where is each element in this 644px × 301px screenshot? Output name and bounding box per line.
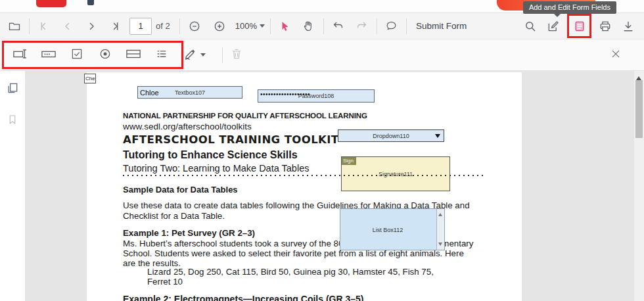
edit-pencil-square-icon: [547, 20, 560, 33]
form-field-textbox107[interactable]: Chloe Textbox107: [137, 86, 242, 99]
trash-icon: [230, 47, 243, 62]
zoom-in-icon: [213, 20, 226, 33]
first-page-button[interactable]: [35, 17, 53, 35]
dropdown-caret-icon: [435, 134, 440, 141]
org-heading: NATIONAL PARTNERSHIP FOR QUALITY AFTERSC…: [123, 112, 367, 120]
combo-box-icon: [126, 47, 141, 63]
form-field-listbox112[interactable]: List Box112: [340, 208, 445, 250]
document-workspace: Chec Chloe Textbox107 ••••••••••••••••••…: [0, 71, 644, 301]
last-page-icon: [109, 20, 121, 32]
divider: [406, 18, 407, 34]
divider: [29, 18, 30, 34]
password-field-tool-button[interactable]: [40, 47, 57, 64]
doc-title: Tutoring to Enhance Science Skills: [123, 149, 298, 161]
tab-favicon: [87, 0, 94, 5]
scroll-up-icon: [438, 211, 442, 216]
last-page-button[interactable]: [106, 17, 124, 35]
zoom-out-button[interactable]: [185, 17, 204, 35]
print-button[interactable]: [596, 17, 614, 35]
signature-label: Signature111: [342, 171, 449, 177]
chevron-right-icon: [85, 20, 97, 32]
submit-form-button[interactable]: Submit Form: [416, 21, 467, 31]
radio-button-icon: [99, 47, 112, 62]
form-field-dropdown110[interactable]: Dropdown110: [338, 129, 444, 142]
bookmarks-button[interactable]: [0, 109, 25, 131]
zoom-in-button[interactable]: [210, 17, 229, 35]
dropdown-label: Dropdown110: [338, 133, 444, 139]
delete-field-button[interactable]: [228, 47, 245, 64]
section-heading: Sample Data for Data Tables: [123, 185, 238, 195]
list-box-tool-button[interactable]: [153, 47, 170, 64]
scroll-down-icon: [438, 243, 442, 248]
example2-heading: Example 2: Electromagnets—Increasing Coi…: [123, 294, 363, 301]
divider: [179, 18, 180, 34]
results-line1: Lizard 25, Dog 250, Cat 115, Bird 50, Gu…: [147, 267, 434, 277]
divider: [222, 47, 223, 63]
app-logo: [36, 0, 66, 7]
folder-icon: [8, 20, 21, 33]
select-tool-button[interactable]: [276, 17, 294, 35]
undo-button[interactable]: [329, 17, 348, 35]
main-toolbar: of 2 100% Submit Form: [0, 13, 644, 39]
radio-button-tool-button[interactable]: [97, 47, 114, 64]
fill-sign-button[interactable]: [544, 17, 563, 35]
example1-heading: Example 1: Pet Survey (GR 2–3): [123, 228, 255, 238]
toolkit-title: AFTERSCHOOL TRAINING TOOLKIT: [123, 133, 339, 146]
form-field-password108[interactable]: ••••••••••••••••••• Password108: [258, 89, 375, 103]
combo-box-tool-button[interactable]: [125, 47, 142, 64]
bookmark-icon: [7, 114, 18, 127]
add-edit-form-fields-button[interactable]: [570, 17, 589, 35]
dotted-rule: [123, 175, 486, 176]
results-line2: Ferret 10: [147, 277, 183, 287]
org-url: www.sedl.org/afterschool/toolkits: [123, 122, 252, 131]
stacked-pages-icon: [6, 81, 19, 97]
printer-icon: [599, 20, 612, 33]
download-icon: [622, 20, 635, 33]
listbox-scrollbar[interactable]: [436, 209, 444, 250]
prev-page-button[interactable]: [58, 17, 77, 35]
redo-icon: [356, 20, 368, 32]
field-name-hint: Chec: [84, 74, 96, 83]
page-thumbnails-button[interactable]: [0, 78, 25, 100]
search-button[interactable]: [521, 17, 540, 35]
scrollbar-up-icon[interactable]: [636, 74, 641, 80]
signature-field-tool-button[interactable]: [181, 47, 208, 64]
speech-bubble-icon: [385, 20, 398, 32]
left-panel: [0, 71, 25, 301]
close-icon: [610, 49, 621, 61]
text-field-tool-button[interactable]: [12, 47, 29, 64]
close-form-toolbar-button[interactable]: [607, 47, 624, 64]
scrollbar-thumb[interactable]: [635, 80, 643, 138]
page-number-input[interactable]: [129, 18, 152, 35]
text-field-icon: [12, 47, 28, 63]
chevron-down-icon: [200, 53, 206, 59]
download-button[interactable]: [619, 17, 637, 35]
checkbox-tool-button[interactable]: [68, 47, 85, 64]
next-page-button[interactable]: [82, 17, 101, 35]
open-file-button[interactable]: [5, 17, 24, 35]
textbox-label: Textbox107: [138, 89, 242, 96]
form-fields-icon: [573, 20, 586, 33]
tooltip-add-edit-form-fields: Add and Edit Form Fields: [523, 1, 616, 14]
comment-button[interactable]: [382, 17, 401, 35]
list-box-icon: [155, 47, 168, 62]
cursor-arrow-icon: [279, 20, 291, 32]
zoom-level-label[interactable]: 100%: [235, 21, 257, 31]
pdf-editor-window: Add and Edit Form Fields of 2 1: [0, 0, 644, 301]
hand-tool-button[interactable]: [300, 17, 318, 35]
highlight-box-form-fields: [567, 14, 591, 38]
form-field-signature111[interactable]: Sign Signature111: [341, 156, 450, 191]
checkbox-icon: [70, 47, 83, 62]
vertical-scrollbar[interactable]: [634, 71, 644, 301]
doc-subtitle: Tutoring Two: Learning to Make Data Tabl…: [123, 163, 309, 174]
divider: [270, 18, 271, 34]
redo-button[interactable]: [353, 17, 371, 35]
para1-line2: Checklist for a Data Table.: [123, 211, 225, 221]
password-label: Password108: [258, 93, 374, 99]
chevron-down-icon[interactable]: [260, 24, 265, 30]
password-field-icon: [41, 47, 57, 63]
toolbar-right-cluster: [521, 14, 644, 38]
page-count-label: of 2: [156, 21, 170, 31]
form-fields-toolbar: [0, 39, 644, 71]
zoom-out-icon: [188, 20, 201, 33]
